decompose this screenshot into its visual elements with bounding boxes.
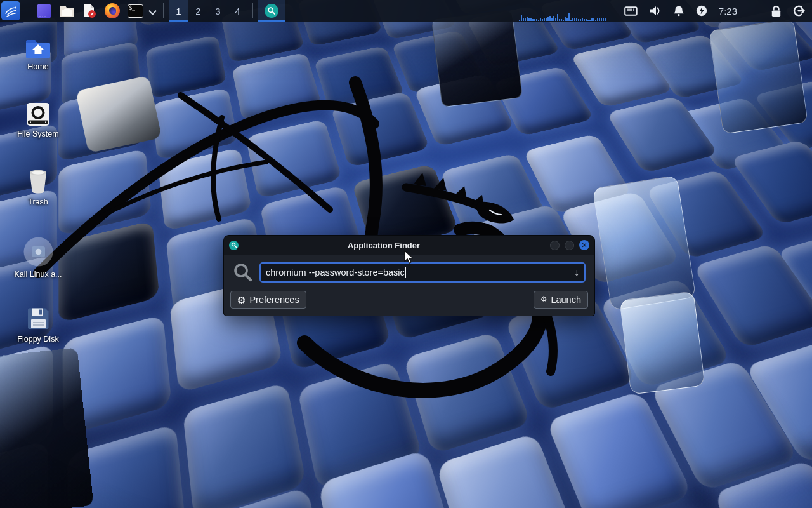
launcher-text-editor[interactable] (80, 0, 99, 22)
minimize-button[interactable] (550, 241, 560, 250)
workspace-2[interactable]: 2 (188, 0, 208, 22)
viz-bar (528, 18, 530, 21)
viz-bar (538, 20, 539, 21)
desktop-icon-file-system[interactable]: File System (9, 102, 67, 138)
desktop-icon-trash[interactable]: Trash (9, 168, 67, 206)
application-finder-icon (265, 4, 278, 18)
document-edit-icon (82, 3, 96, 18)
workspace-3[interactable]: 3 (208, 0, 228, 22)
viz-bar (580, 19, 581, 21)
viz-bar (605, 18, 606, 21)
viz-bar (557, 14, 558, 21)
viz-bar (530, 18, 532, 21)
viz-bar (519, 20, 520, 21)
viz-bar (572, 18, 573, 21)
viz-bar (599, 18, 600, 21)
kali-faded-icon (23, 237, 53, 267)
viz-bar (591, 18, 593, 21)
viz-bar (553, 16, 554, 22)
workspace-4[interactable]: 4 (228, 0, 247, 22)
firefox-icon (105, 3, 120, 18)
viz-bar (532, 19, 534, 22)
kali-menu-button[interactable] (1, 1, 20, 20)
desktop-icon-label: Trash (28, 197, 48, 206)
viz-bar (593, 18, 594, 22)
panel-separator (27, 3, 27, 18)
desktop-icon-label: Kali Linux a... (14, 270, 62, 279)
folder-icon (59, 4, 75, 18)
terminal-icon: $_ (128, 4, 143, 18)
command-input[interactable]: chromium --password-store=basic ↓ (259, 262, 586, 283)
viz-bar (523, 18, 524, 21)
preferences-label: Preferences (249, 295, 299, 305)
desktop-icon-kali-linux[interactable]: Kali Linux a... (9, 237, 67, 279)
preferences-button[interactable]: ⚙ Preferences (230, 291, 306, 309)
viz-bar (597, 18, 598, 21)
drive-icon (26, 102, 50, 126)
desktop-icon-home[interactable]: Home (9, 37, 67, 71)
search-icon (233, 262, 253, 283)
panel-visualizer (519, 8, 613, 21)
desktop-icon-floppy-disk[interactable]: Floppy Disk (9, 306, 67, 344)
viz-bar (589, 20, 591, 21)
viz-bar (566, 18, 568, 21)
viz-bar (521, 15, 522, 21)
viz-bar (563, 20, 564, 21)
top-panel: ... $_ 1 2 3 4 (0, 0, 812, 22)
viz-bar (586, 19, 587, 21)
viz-bar (601, 18, 602, 21)
viz-bar (582, 18, 583, 21)
launcher-file-manager[interactable] (57, 0, 76, 22)
viz-bar (584, 19, 585, 21)
home-folder-icon (25, 37, 51, 59)
panel-clock[interactable]: 7:23 (719, 6, 737, 17)
network-icon[interactable] (624, 6, 638, 17)
viz-bar (565, 17, 566, 21)
viz-bar (527, 17, 528, 21)
viz-bar (574, 18, 575, 21)
viz-bar (559, 19, 560, 21)
notifications-bell-icon[interactable] (673, 5, 684, 17)
viz-bar (561, 19, 562, 21)
lock-icon[interactable] (771, 5, 782, 17)
viz-bar (536, 19, 537, 21)
viz-bar (587, 20, 589, 21)
viz-bar (534, 19, 535, 21)
dropdown-arrow-icon[interactable]: ↓ (574, 267, 579, 278)
window-title: Application Finder (224, 241, 544, 250)
command-input-text: chromium --password-store=basic (266, 267, 405, 277)
viz-bar (555, 18, 556, 21)
viz-bar (568, 13, 570, 21)
viz-bar (595, 20, 596, 21)
workspace-1[interactable]: 1 (169, 0, 188, 22)
viz-bar (547, 17, 549, 21)
viz-bar (544, 18, 545, 21)
launcher-firefox[interactable] (103, 0, 122, 22)
viz-bar (578, 19, 579, 21)
viz-bar (570, 20, 572, 22)
floppy-icon (25, 306, 51, 331)
viz-bar (540, 18, 541, 21)
panel-separator (163, 3, 164, 18)
run-gear-icon: ⚙ (540, 295, 547, 303)
launcher-terminal[interactable]: $_ (126, 0, 145, 22)
gear-icon: ⚙ (237, 295, 246, 305)
close-button[interactable]: ✕ (579, 240, 589, 250)
launch-button[interactable]: ⚙ Launch (534, 291, 588, 309)
desktop-icon-label: File System (17, 130, 58, 138)
viz-bar (549, 16, 551, 21)
maximize-button[interactable] (565, 241, 574, 250)
kali-logo-icon (4, 4, 18, 18)
text-caret (405, 267, 407, 278)
taskbar-application-finder[interactable] (258, 0, 285, 22)
power-manager-icon[interactable] (696, 5, 707, 17)
viz-bar (525, 18, 526, 21)
logout-icon[interactable] (793, 5, 806, 17)
desktop-icon-label: Floppy Disk (17, 335, 58, 344)
volume-icon[interactable] (649, 5, 662, 17)
chevron-down-icon[interactable] (149, 8, 155, 14)
mouse-cursor (404, 250, 414, 264)
viz-bar (542, 19, 543, 21)
launcher-window-switcher[interactable]: ... (34, 0, 53, 22)
desktop-icon-label: Home (27, 62, 48, 71)
